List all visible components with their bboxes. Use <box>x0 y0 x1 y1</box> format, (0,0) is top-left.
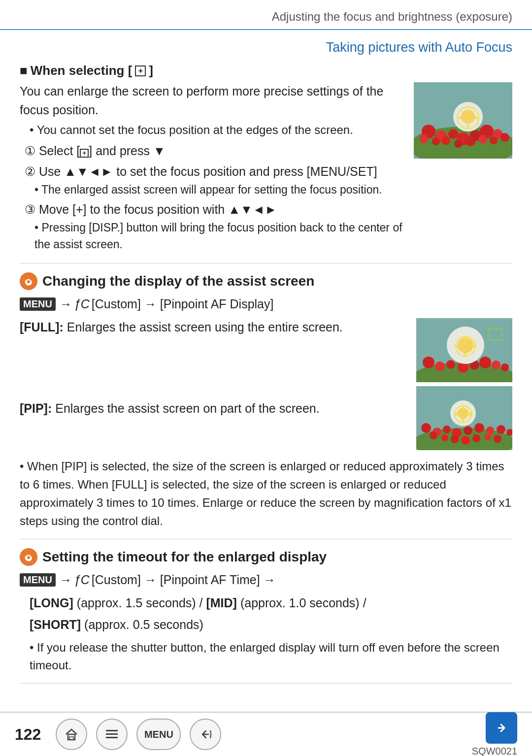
menu-path-1-text: [Custom] → [Pinpoint AF Display] <box>92 297 274 311</box>
toc-button[interactable] <box>96 719 128 750</box>
steps-list: ① Select [+] and press ▼ ② Use ▲▼◄► to s… <box>25 141 404 253</box>
full-desc: Enlarges the assist screen using the ent… <box>67 320 343 334</box>
divider-1 <box>20 263 512 263</box>
step-1: ① Select [+] and press ▼ <box>25 141 404 161</box>
svg-rect-84 <box>106 733 118 735</box>
menu-badge-2: MENU <box>20 573 56 587</box>
body-text-1: You can enlarge the screen to perform mo… <box>20 82 404 119</box>
focus-icon-inline: + <box>135 66 146 76</box>
pip-desc: Enlarges the assist screen on part of th… <box>55 401 319 415</box>
step-3-text: ③ Move [+] to the focus position with ▲▼… <box>25 202 277 216</box>
menu-arrow-1: → <box>60 297 72 311</box>
section2-note: If you release the shutter button, the e… <box>30 639 512 674</box>
svg-point-58 <box>474 423 484 433</box>
nav-icons: MENU <box>56 719 221 750</box>
doc-id: SQW0021 <box>472 746 517 756</box>
svg-point-9 <box>500 133 509 142</box>
svg-point-63 <box>441 434 448 441</box>
full-label: [FULL]: <box>20 320 64 334</box>
svg-point-57 <box>464 426 472 435</box>
svg-rect-85 <box>106 737 118 738</box>
feature-section-2: Setting the timeout for the enlarged dis… <box>20 548 512 674</box>
menu-button[interactable]: MENU <box>136 719 181 750</box>
footer-right: SQW0021 <box>472 712 517 756</box>
custom-fc-2: ƒC <box>74 573 90 587</box>
svg-point-55 <box>443 426 451 433</box>
long-option: [LONG] (approx. 1.5 seconds) / [MID] (ap… <box>30 596 366 610</box>
full-text: [FULL]: Enlarges the assist screen using… <box>20 318 406 337</box>
svg-point-62 <box>430 431 437 439</box>
svg-point-13 <box>454 140 462 148</box>
svg-point-38 <box>501 363 509 371</box>
display-images <box>416 318 512 450</box>
svg-point-31 <box>423 357 434 368</box>
divider-3 <box>20 683 512 684</box>
svg-point-65 <box>461 436 470 445</box>
svg-point-36 <box>479 357 491 368</box>
timeout-short: [SHORT] (approx. 0.5 seconds) <box>30 616 512 634</box>
svg-point-67 <box>484 433 491 440</box>
menu-path-2: MENU → ƒC [Custom] → [Pinpoint AF Time] … <box>20 573 512 587</box>
pip-camera-image <box>416 386 512 450</box>
section-link[interactable]: Taking pictures with Auto Focus <box>20 40 512 55</box>
focus-icon-step1: + <box>80 149 89 158</box>
svg-point-14 <box>466 136 475 146</box>
svg-point-10 <box>419 134 428 143</box>
svg-point-32 <box>435 362 445 371</box>
menu-button-label: MENU <box>144 729 173 740</box>
step-2-sub: The enlarged assist screen will appear f… <box>34 181 404 198</box>
bullet-text-1: You cannot set the focus position at the… <box>30 121 404 139</box>
svg-point-59 <box>486 427 494 434</box>
feature-1-title-text: Changing the display of the assist scree… <box>42 273 314 289</box>
svg-point-68 <box>494 435 501 443</box>
svg-point-16 <box>490 136 498 144</box>
menu-badge-1: MENU <box>20 297 56 311</box>
camera-image-1 <box>414 82 512 159</box>
feature-2-title-text: Setting the timeout for the enlarged dis… <box>42 549 327 565</box>
step-2: ② Use ▲▼◄► to set the focus position and… <box>25 162 404 198</box>
when-selecting-label-end: ] <box>149 63 153 78</box>
back-button[interactable] <box>190 719 221 750</box>
next-button[interactable] <box>486 712 517 744</box>
pip-note: When [PIP] is selected, the size of the … <box>20 457 512 530</box>
menu-path-2-text: [Custom] → [Pinpoint AF Time] → <box>92 573 276 587</box>
home-button[interactable] <box>56 719 87 750</box>
step-3-sub: Pressing [DISP.] button will bring the f… <box>34 219 404 253</box>
when-selecting-label: When selecting [ <box>31 63 133 78</box>
display-section: [FULL]: Enlarges the assist screen using… <box>20 318 512 450</box>
custom-fc-1: ƒC <box>74 297 90 311</box>
svg-point-60 <box>497 425 505 434</box>
svg-point-33 <box>446 360 455 369</box>
svg-point-15 <box>478 135 487 144</box>
custom-feature-icon-2 <box>20 548 37 566</box>
feature-title-2: Setting the timeout for the enlarged dis… <box>20 548 512 566</box>
header-title: Adjusting the focus and brightness (expo… <box>272 10 512 23</box>
svg-point-11 <box>432 137 440 145</box>
pip-label: [PIP]: <box>20 401 52 415</box>
feature-section-1: Changing the display of the assist scree… <box>20 272 512 530</box>
divider-2 <box>20 539 512 539</box>
when-selecting-text: You can enlarge the screen to perform mo… <box>20 82 404 254</box>
menu-path-1: MENU → ƒC [Custom] → [Pinpoint AF Displa… <box>20 297 512 311</box>
page-header: Adjusting the focus and brightness (expo… <box>0 0 532 30</box>
svg-point-80 <box>27 556 30 559</box>
step-1-text: ① Select [+] and press ▼ <box>25 144 166 158</box>
svg-point-4 <box>448 129 458 139</box>
step-3: ③ Move [+] to the focus position with ▲▼… <box>25 199 404 253</box>
svg-point-28 <box>27 280 30 283</box>
svg-point-66 <box>472 434 480 442</box>
custom-feature-icon-1 <box>20 272 37 290</box>
feature-title-1: Changing the display of the assist scree… <box>20 272 512 290</box>
step-2-text: ② Use ▲▼◄► to set the focus position and… <box>25 164 377 178</box>
display-text: [FULL]: Enlarges the assist screen using… <box>20 318 406 420</box>
full-camera-image <box>416 318 512 382</box>
when-selecting-section: ■ When selecting [ + ] You can enlarge t… <box>20 63 512 254</box>
black-square-prefix: ■ <box>20 63 28 78</box>
timeout-options: [LONG] (approx. 1.5 seconds) / [MID] (ap… <box>30 594 512 613</box>
page-number: 122 <box>15 725 41 744</box>
page-footer: 122 MENU <box>0 712 532 756</box>
page-container: Adjusting the focus and brightness (expo… <box>0 0 532 756</box>
when-selecting-header: ■ When selecting [ + ] <box>20 63 512 78</box>
when-selecting-content: You can enlarge the screen to perform mo… <box>20 82 512 254</box>
svg-point-64 <box>451 435 459 443</box>
